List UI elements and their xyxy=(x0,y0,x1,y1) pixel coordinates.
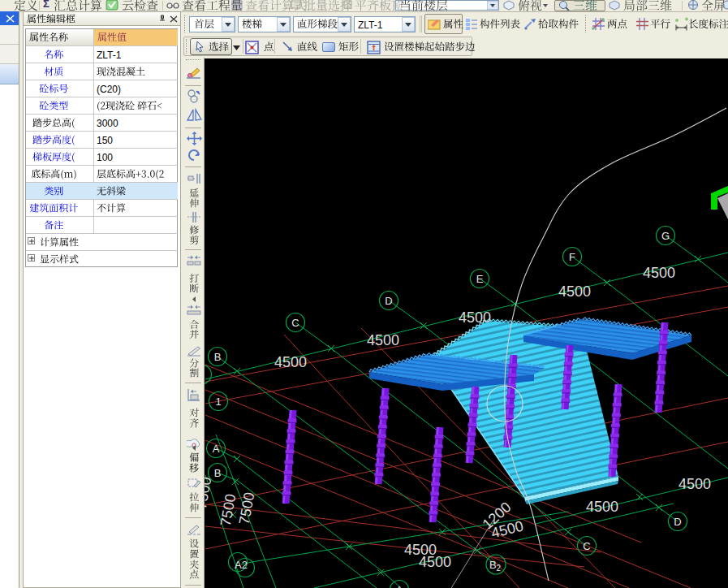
svg-text:B2: B2 xyxy=(489,559,502,573)
svg-text:C: C xyxy=(583,540,590,552)
svg-text:B: B xyxy=(214,351,222,363)
svg-text:D: D xyxy=(674,516,681,528)
svg-text:A: A xyxy=(213,443,220,455)
svg-text:4500: 4500 xyxy=(558,283,591,300)
svg-text:4500: 4500 xyxy=(586,499,618,515)
svg-text:1: 1 xyxy=(215,396,221,408)
svg-text:4500: 4500 xyxy=(643,265,675,281)
svg-text:4500: 4500 xyxy=(274,354,307,370)
svg-text:4500: 4500 xyxy=(678,476,711,492)
svg-text:D: D xyxy=(385,295,392,307)
svg-text:A2: A2 xyxy=(235,559,248,571)
svg-text:A: A xyxy=(396,584,403,588)
svg-text:B: B xyxy=(214,467,222,479)
svg-text:E: E xyxy=(476,273,484,285)
svg-text:F: F xyxy=(569,251,575,263)
svg-text:4500: 4500 xyxy=(459,309,491,326)
svg-text:4500: 4500 xyxy=(367,332,399,348)
svg-text:G: G xyxy=(661,230,670,242)
svg-text:4500: 4500 xyxy=(419,554,451,570)
svg-text:7500: 7500 xyxy=(236,491,258,526)
svg-text:C: C xyxy=(291,317,299,329)
